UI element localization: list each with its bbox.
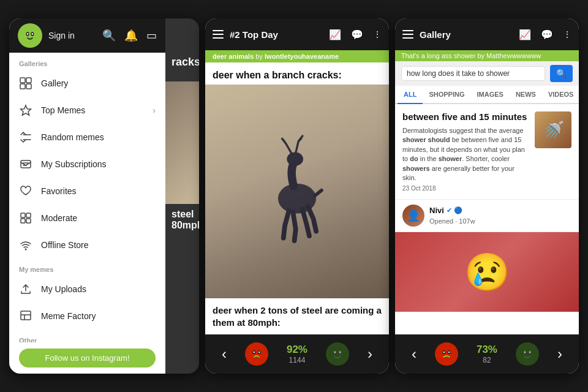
svg-rect-16	[26, 213, 31, 217]
meme-tags: deer animals	[213, 53, 254, 60]
gallery-downvote-emoji[interactable]	[516, 342, 539, 366]
svg-point-42	[448, 352, 450, 353]
user-info: Nivi ✔ 🔵 Opened · 107w	[429, 206, 571, 226]
sidebar-item-top-memes[interactable]: Top Memes ›	[9, 97, 165, 124]
galleries-label: Galleries	[9, 53, 165, 70]
result-date: 23 Oct 2018	[402, 185, 529, 192]
svg-point-4	[32, 33, 34, 35]
gallery-tag-text: That's a long ass shower	[401, 52, 475, 59]
prev-meme-button[interactable]: ‹	[222, 345, 227, 363]
gallery-vote-count: 82	[477, 356, 497, 364]
phone-right: Gallery 📈 💬 ⋮ That's a long ass shower b…	[395, 18, 579, 374]
gallery-title: Gallery	[420, 29, 513, 40]
upvote-emoji[interactable]	[245, 342, 268, 366]
sidebar-item-random-memes[interactable]: Random memes	[9, 124, 165, 151]
app-logo	[18, 23, 42, 48]
sidebar-item-my-subscriptions[interactable]: My Subscriptions	[9, 151, 165, 178]
search-input-wrap[interactable]: how long does it take to shower	[401, 66, 545, 81]
gallery-vote-percent: 73%	[477, 344, 497, 356]
gallery-label: Gallery	[41, 78, 156, 88]
tab-news[interactable]: NEWS	[510, 86, 542, 103]
sidebar-item-my-uploads[interactable]: My Uploads	[9, 276, 165, 303]
tab-videos[interactable]: VIDEOS	[542, 86, 579, 103]
svg-point-33	[330, 347, 345, 361]
bg-meme-text-1: racks	[165, 18, 199, 75]
sidebar-item-gallery[interactable]: Gallery	[9, 70, 165, 97]
gallery-hamburger-icon[interactable]	[402, 30, 413, 39]
svg-rect-7	[20, 84, 25, 89]
svg-marker-9	[21, 105, 31, 115]
meme-username[interactable]: lwontletyouhaveaname	[265, 53, 339, 60]
svg-point-38	[439, 347, 454, 361]
gallery-more-icon[interactable]: ⋮	[563, 29, 571, 39]
phone-mid: #2 Top Day 📈 💬 ⋮ deer animals by lwontle…	[205, 18, 389, 374]
my-subscriptions-label: My Subscriptions	[41, 159, 156, 169]
tab-all[interactable]: ALL	[398, 86, 423, 103]
my-uploads-label: My Uploads	[41, 284, 156, 294]
heart-icon	[19, 184, 32, 198]
hamburger-menu-icon[interactable]	[213, 30, 224, 39]
meme-image-preview: 😢	[395, 232, 579, 312]
sidebar-footer: Follow us on Instagram!	[9, 342, 165, 374]
sidebar-body: Galleries Gallery	[9, 53, 165, 342]
gallery-comment-icon[interactable]: 💬	[541, 29, 553, 40]
svg-point-3	[27, 33, 29, 35]
offline-store-label: Offline Store	[41, 240, 156, 250]
svg-rect-6	[26, 78, 31, 83]
vote-section: ‹ 92% 1144	[213, 342, 382, 366]
result-card-main: between five and 15 minutes Dermatologis…	[395, 104, 579, 200]
downvote-emoji[interactable]	[326, 342, 349, 366]
wifi-icon	[19, 238, 32, 252]
svg-rect-20	[21, 311, 31, 320]
next-meme-button[interactable]: ›	[368, 345, 372, 363]
sidebar-item-moderate[interactable]: Moderate	[9, 205, 165, 232]
sidebar-item-meme-factory[interactable]: Meme Factory	[9, 303, 165, 330]
my-memes-label: My memes	[9, 258, 165, 276]
gallery-upvote-emoji[interactable]	[435, 342, 458, 366]
meme-viewer-header: #2 Top Day 📈 💬 ⋮	[205, 18, 389, 50]
search-icon[interactable]: 🔍	[102, 29, 116, 42]
gallery-prev-button[interactable]: ‹	[412, 345, 417, 363]
gallery-header: Gallery 📈 💬 ⋮	[395, 18, 579, 50]
sidebar-header-left: Sign in	[18, 23, 75, 48]
more-options-icon[interactable]: ⋮	[373, 29, 382, 39]
sign-in-text[interactable]: Sign in	[48, 31, 75, 40]
verified-badge: ✔ 🔵	[447, 206, 462, 214]
svg-point-0	[22, 28, 38, 43]
meme-by-text: by	[255, 53, 265, 60]
svg-rect-15	[21, 213, 25, 217]
gallery-username[interactable]: Matthewwwwwww	[486, 52, 541, 59]
sidebar-header: Sign in 🔍 🔔 ▭	[9, 18, 165, 53]
svg-point-43	[520, 347, 535, 361]
search-query-text: how long does it take to shower	[407, 69, 540, 78]
sidebar-item-offline-store[interactable]: Offline Store	[9, 232, 165, 258]
trending-icon[interactable]: 📈	[329, 29, 341, 40]
favorites-label: Favorites	[41, 186, 156, 196]
moderate-label: Moderate	[41, 213, 156, 223]
gallery-trending-icon[interactable]: 📈	[519, 29, 531, 40]
browser-tabs: ALL SHOPPING IMAGES NEWS VIDEOS	[395, 86, 579, 104]
svg-point-41	[443, 352, 445, 353]
tab-shopping[interactable]: SHOPPING	[423, 86, 470, 103]
svg-rect-12	[21, 160, 31, 168]
instagram-button[interactable]: Follow us on Instagram!	[19, 349, 156, 368]
svg-point-29	[254, 352, 255, 353]
comment-icon[interactable]: 💬	[351, 29, 363, 40]
svg-rect-5	[20, 78, 25, 83]
gallery-vote-section: ‹ 73% 82	[402, 342, 571, 366]
meme-bottom-text: deer when 2 tons of steel are coming a t…	[205, 298, 389, 334]
user-name[interactable]: Nivi	[429, 206, 444, 215]
meme-viewer-title: #2 Top Day	[230, 29, 323, 40]
meme-tag-bar: deer animals by lwontletyouhaveaname	[205, 50, 389, 62]
search-submit-button[interactable]: 🔍	[550, 65, 573, 82]
other-label: Other	[9, 330, 165, 342]
svg-point-30	[258, 352, 260, 353]
gallery-next-button[interactable]: ›	[557, 345, 562, 363]
vote-stats: 92% 1144	[287, 344, 307, 364]
top-memes-label: Top Memes	[41, 105, 144, 115]
bell-icon[interactable]: 🔔	[124, 29, 138, 42]
header-icons: 🔍 🔔 ▭	[102, 29, 157, 42]
sidebar-item-favorites[interactable]: Favorites	[9, 178, 165, 205]
share-icon[interactable]: ▭	[146, 29, 157, 42]
tab-images[interactable]: IMAGES	[470, 86, 509, 103]
